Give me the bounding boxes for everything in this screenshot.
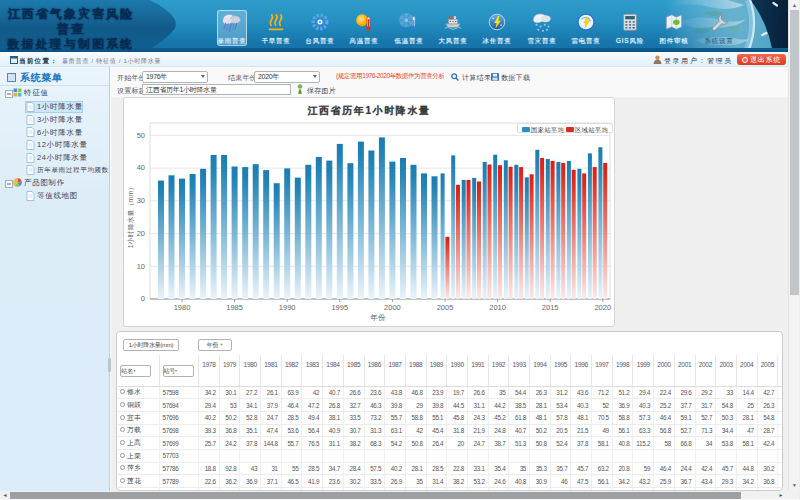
svg-text:0: 0 <box>141 294 145 303</box>
svg-text:2015: 2015 <box>542 303 559 312</box>
svg-text:2005: 2005 <box>437 303 454 312</box>
svg-text:2000: 2000 <box>384 303 401 312</box>
svg-text:1985: 1985 <box>226 303 243 312</box>
svg-text:2020: 2020 <box>594 303 611 312</box>
svg-text:年份: 年份 <box>370 313 387 322</box>
svg-text:20: 20 <box>137 229 145 238</box>
svg-text:1小时降水量（mm）: 1小时降水量（mm） <box>127 184 135 249</box>
svg-text:2010: 2010 <box>489 303 506 312</box>
svg-text:40: 40 <box>137 163 145 172</box>
svg-text:50: 50 <box>137 131 145 140</box>
svg-text:10: 10 <box>137 262 145 271</box>
svg-text:1995: 1995 <box>331 303 348 312</box>
svg-text:1980: 1980 <box>174 303 191 312</box>
svg-text:1990: 1990 <box>279 303 296 312</box>
svg-text:30: 30 <box>137 196 145 205</box>
